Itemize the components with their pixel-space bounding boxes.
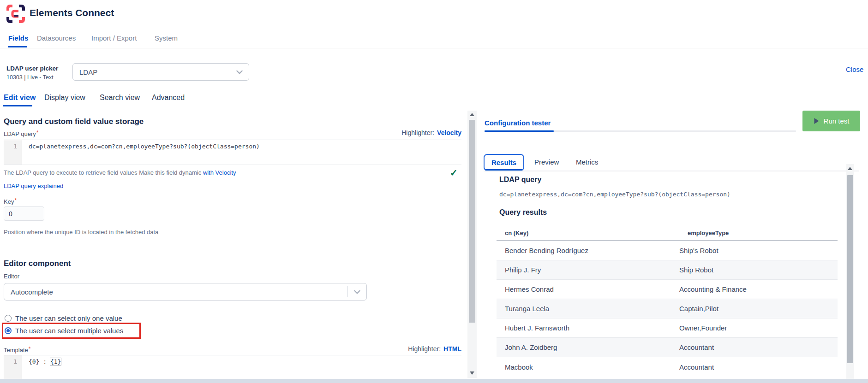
table-row: Hubert J. Farnsworth Owner,Founder <box>497 318 838 338</box>
section-title-editor-component: Editor component <box>4 259 71 268</box>
bottom-strip <box>0 379 868 383</box>
highlighter-html-link[interactable]: HTML <box>443 345 461 353</box>
app-logo <box>6 5 25 23</box>
key-input[interactable]: 0 <box>4 206 44 221</box>
editor-select[interactable]: Autocomplete <box>4 283 367 301</box>
scrollbar-thumb[interactable] <box>847 175 853 363</box>
tab-display-view[interactable]: Display view <box>44 94 85 102</box>
key-help: Position where the unique ID is located … <box>4 229 158 236</box>
scrollbar-thumb[interactable] <box>469 120 475 323</box>
query-results-title: Query results <box>499 208 547 217</box>
key-label: Key* <box>4 197 17 206</box>
ldap-query-highlighter: Highlighter:Velocity <box>378 129 461 137</box>
ldap-query-help: The LDAP query to execute to retrieve fi… <box>4 169 236 176</box>
editor-select-value: Autocomplete <box>4 288 347 296</box>
ldap-query-code[interactable]: dc=planetexpress,dc=com?cn,employeeType?… <box>22 140 260 165</box>
tester-divider <box>554 130 796 132</box>
run-test-button[interactable]: Run test <box>802 111 860 131</box>
configuration-tester-title[interactable]: Configuration tester <box>485 119 551 127</box>
radio-option-single-value[interactable]: The user can select only one value <box>5 314 122 322</box>
tab-search-view[interactable]: Search view <box>100 94 140 102</box>
template-highlighter: Highlighter:HTML <box>378 345 461 353</box>
tester-title-underline <box>485 130 554 132</box>
chevron-down-icon <box>348 288 366 296</box>
header-divider <box>0 48 868 48</box>
nav-tab-datasources[interactable]: Datasources <box>37 34 76 42</box>
radio-unselected-icon[interactable] <box>5 315 12 322</box>
nav-tab-fields[interactable]: Fields <box>8 34 28 42</box>
tester-tabs-divider <box>484 171 859 171</box>
ldap-query-code-editor[interactable]: 1 dc=planetexpress,dc=com?cn,employeeTyp… <box>4 140 461 165</box>
left-panel-scrollbar[interactable] <box>467 111 477 378</box>
query-results-table: Bender Bending Rodríguez Ship's Robot Ph… <box>497 241 838 377</box>
tab-advanced[interactable]: Advanced <box>152 94 185 102</box>
nav-tab-system[interactable]: System <box>155 34 178 42</box>
radio-selected-icon[interactable] <box>5 327 12 334</box>
scroll-up-arrow-icon[interactable] <box>470 113 474 116</box>
table-row: Philip J. Fry Ship Robot <box>497 260 838 280</box>
tester-tab-metrics[interactable]: Metrics <box>576 158 598 166</box>
field-name: LDAP user picker <box>6 65 58 72</box>
valid-check-icon: ✓ <box>450 167 458 178</box>
table-row: John A. Zoidberg Accountant <box>497 338 838 357</box>
template-code[interactable]: {0} : {1} <box>22 355 61 379</box>
ldap-query-explained-link[interactable]: LDAP query explained <box>4 183 63 189</box>
tester-ldap-query-value: dc=planetexpress,dc=com?cn,employeeType?… <box>499 191 730 198</box>
tester-ldap-query-title: LDAP query <box>499 176 541 184</box>
ldap-query-label: LDAP query* <box>4 130 39 138</box>
tester-tab-results[interactable]: Results <box>484 154 524 171</box>
table-row: Turanga Leela Captain,Pilot <box>497 299 838 318</box>
table-row: Hermes Conrad Accounting & Finance <box>497 280 838 299</box>
key-input-value: 0 <box>9 210 12 218</box>
elements-connect-logo-icon <box>6 5 25 23</box>
close-link[interactable]: Close <box>846 65 863 73</box>
view-tab-active-underline <box>3 105 32 106</box>
tester-tab-preview[interactable]: Preview <box>534 158 559 166</box>
nav-active-underline <box>8 46 27 47</box>
line-number-gutter: 1 <box>4 140 22 165</box>
line-number-gutter: 1 <box>4 355 22 379</box>
table-row: Bender Bending Rodríguez Ship's Robot <box>497 241 838 260</box>
scroll-up-arrow-icon[interactable] <box>848 167 852 170</box>
tester-scrollbar[interactable] <box>846 164 854 379</box>
highlighter-velocity-link[interactable]: Velocity <box>437 129 461 136</box>
nav-tab-import-export[interactable]: Import / Export <box>91 34 137 42</box>
with-velocity-link[interactable]: with Velocity <box>203 169 236 176</box>
required-asterisk: * <box>36 130 39 136</box>
tab-edit-view[interactable]: Edit view <box>4 94 36 102</box>
column-header-cn: cn (Key) <box>505 230 528 236</box>
section-title-query-storage: Query and custom field value storage <box>4 117 144 126</box>
template-label: Template* <box>4 346 30 354</box>
bracket-match-highlight: {1} <box>50 358 61 365</box>
radio-option-multiple-values[interactable]: The user can select multiple values <box>5 327 123 335</box>
column-header-employeetype: employeeType <box>688 230 729 236</box>
table-row: Macbook Accountant <box>497 357 838 377</box>
scroll-down-arrow-icon[interactable] <box>470 371 474 375</box>
datasource-select[interactable]: LDAP <box>72 63 249 81</box>
play-icon <box>814 118 820 124</box>
field-summary: LDAP user picker 10303 | Live - Text <box>6 65 58 81</box>
template-code-editor[interactable]: 1 {0} : {1} <box>4 355 461 379</box>
field-meta: 10303 | Live - Text <box>6 74 58 81</box>
chevron-down-icon <box>230 68 249 76</box>
app-title: Elements Connect <box>30 7 114 18</box>
required-asterisk: * <box>29 346 31 352</box>
datasource-select-value: LDAP <box>73 68 230 76</box>
editor-label: Editor <box>4 273 19 280</box>
required-asterisk: * <box>14 197 17 204</box>
